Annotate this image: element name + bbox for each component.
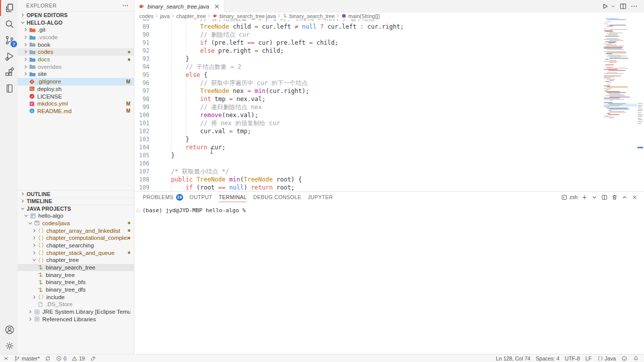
open-editors-header[interactable]: OPEN EDITORS: [18, 11, 134, 19]
activitybar-item-extensions[interactable]: [0, 64, 18, 80]
status-language-mode[interactable]: Java: [597, 355, 616, 361]
code-line-88[interactable]: 88// 当子结点数量 = 0 / 1 时， child = null / 该子…: [134, 19, 603, 23]
explorer-item-readme-md[interactable]: README.mdM: [18, 108, 134, 115]
java-projects-item-include[interactable]: include: [18, 293, 134, 301]
run-icon[interactable]: [601, 3, 609, 10]
launch-profile-icon[interactable]: [561, 194, 568, 201]
status-sync[interactable]: [45, 355, 51, 361]
code-line-92[interactable]: 92else pre.right = child;: [134, 47, 603, 55]
code-line-89[interactable]: 89TreeNode child = cur.left ≠ null ? cur…: [134, 23, 603, 31]
panel-tab-problems[interactable]: PROBLEMS19: [143, 192, 183, 203]
activitybar-item-source-control[interactable]: 7: [0, 32, 18, 48]
code-line-109[interactable]: 109if (root == null) return root;: [134, 184, 603, 191]
java-projects-item-ds-store[interactable]: .DS_Store: [18, 301, 134, 308]
java-projects-item-codes-java[interactable]: codes/java: [18, 219, 134, 227]
java-projects-item-chapter-computational-complexity[interactable]: chapter_computational_complexity: [18, 234, 134, 242]
activitybar-item-search[interactable]: [0, 16, 18, 32]
breadcrumb-item-java[interactable]: java: [160, 13, 170, 19]
terminal[interactable]: (base) jyd@JYD-MBP hello-algo %: [134, 203, 644, 214]
status-encoding[interactable]: UTF-8: [565, 355, 580, 361]
explorer-item-deploy-sh[interactable]: deploy.sh: [18, 85, 134, 93]
code-line-103[interactable]: 103}: [134, 135, 603, 143]
tab-binary-search-tree-java[interactable]: binary_search_tree.java: [134, 0, 225, 13]
activitybar-item-explorer[interactable]: [0, 0, 18, 16]
code-line-108[interactable]: 108public TreeNode min(TreeNode root) {: [134, 175, 603, 184]
activitybar-item-notebook[interactable]: [0, 80, 18, 97]
panel-tab-output[interactable]: OUTPUT: [190, 192, 212, 203]
panel-tab-terminal[interactable]: TERMINAL: [219, 192, 247, 203]
status-notifications[interactable]: [633, 355, 639, 361]
code-line-101[interactable]: 101// 将 nex 的值复制给 cur: [134, 119, 603, 127]
project-root-header[interactable]: HELLO-ALGO: [18, 19, 134, 26]
code-line-99[interactable]: 99// 递归删除结点 nex: [134, 103, 603, 111]
code-line-91[interactable]: 91if (pre.left == cur) pre.left = child;: [134, 39, 603, 47]
code-line-98[interactable]: 98int tmp = nex.val;: [134, 95, 603, 103]
java-projects-item-binary-tree[interactable]: binary_tree: [18, 271, 134, 279]
code-line-102[interactable]: 102cur.val = tmp;: [134, 127, 603, 135]
split-terminal-icon[interactable]: [601, 194, 608, 201]
java-projects-item-chapter-array-and-linkedlist[interactable]: chapter_array_and_linkedlist: [18, 227, 134, 234]
ellipsis-icon[interactable]: [122, 2, 129, 9]
status-eol[interactable]: LF: [586, 355, 592, 361]
status-remote[interactable]: [3, 355, 9, 361]
activitybar-item-run-and-debug[interactable]: [0, 48, 18, 64]
split-editor-icon[interactable]: [619, 3, 627, 10]
outline-header[interactable]: OUTLINE: [18, 190, 134, 198]
code-line-105[interactable]: 105}: [134, 151, 603, 159]
java-projects-item-chapter-tree[interactable]: chapter_tree: [18, 256, 134, 264]
minimap[interactable]: [604, 18, 637, 191]
activitybar-item-manage[interactable]: [0, 338, 18, 354]
code-line-97[interactable]: 97TreeNode nex = min(cur.right);: [134, 87, 603, 95]
code-editor[interactable]: 88// 当子结点数量 = 0 / 1 时， child = null / 该子…: [134, 19, 603, 191]
breadcrumb-item-binary-search-tree[interactable]: binary_search_tree: [282, 13, 335, 19]
panel-tab-debug-console[interactable]: DEBUG CONSOLE: [253, 192, 301, 203]
java-projects-item-chapter-stack-and-queue[interactable]: chapter_stack_and_queue: [18, 249, 134, 256]
status-cursor-position[interactable]: Ln 128, Col 74: [496, 355, 530, 361]
explorer-item-git[interactable]: .git: [18, 26, 134, 34]
explorer-item-vscode[interactable]: .vscode: [18, 34, 134, 41]
status-errors[interactable]: 0: [56, 355, 66, 361]
activitybar-item-accounts[interactable]: [0, 322, 18, 338]
java-projects-item-referenced-libraries[interactable]: Referenced Libraries: [18, 315, 134, 323]
code-line-100[interactable]: 100remove(nex.val);: [134, 111, 603, 119]
kill-terminal-icon[interactable]: [611, 194, 618, 201]
code-line-95[interactable]: 95else {: [134, 71, 603, 79]
run-dropdown-icon[interactable]: [610, 4, 616, 9]
panel-tab-jupyter[interactable]: JUPYTER: [308, 192, 333, 203]
status-java-server-mode[interactable]: [90, 355, 96, 361]
explorer-item-mkdocs-yml[interactable]: mkdocs.ymlM: [18, 100, 134, 108]
java-projects-header[interactable]: JAVA PROJECTS: [18, 205, 134, 212]
java-projects-item-hello-algo[interactable]: hello-algo: [18, 212, 134, 220]
java-projects-item-binary-search-tree[interactable]: binary_search_tree: [18, 264, 134, 272]
explorer-item-site[interactable]: site: [18, 70, 134, 78]
close-panel-icon[interactable]: [631, 194, 638, 201]
java-projects-item-binary-tree-bfs[interactable]: binary_tree_bfs: [18, 279, 134, 286]
code-line-90[interactable]: 90// 删除结点 cur: [134, 31, 603, 39]
terminal-dropdown-icon[interactable]: [591, 194, 598, 201]
java-projects-item-chapter-searching[interactable]: chapter_searching: [18, 242, 134, 249]
new-terminal-icon[interactable]: [581, 194, 588, 201]
breadcrumb-item-chapter-tree[interactable]: chapter_tree: [176, 13, 206, 19]
explorer-item-license[interactable]: LICENSE: [18, 93, 134, 100]
explorer-item-overrides[interactable]: overrides: [18, 63, 134, 70]
code-line-107[interactable]: 107/* 获取最小结点 */: [134, 167, 603, 175]
code-line-94[interactable]: 94// 子结点数量 = 2: [134, 63, 603, 71]
code-line-106[interactable]: 106: [134, 159, 603, 167]
breadcrumb-item-main-string[interactable]: main(String[]): [341, 13, 380, 19]
status-branch[interactable]: master*: [14, 355, 40, 361]
status-warnings[interactable]: 19: [71, 355, 85, 361]
java-projects-item-jre-system-library-eclipse-temurin-17-17[interactable]: JRE System Library [Eclipse Temurin 17 […: [18, 308, 134, 316]
status-indentation[interactable]: Spaces: 4: [536, 355, 559, 361]
explorer-item-book[interactable]: book: [18, 41, 134, 48]
code-line-104[interactable]: 104return cur;: [134, 143, 603, 151]
breadcrumb-item-codes[interactable]: codes: [139, 13, 153, 19]
code-line-93[interactable]: 93}: [134, 55, 603, 63]
java-projects-item-binary-tree-dfs[interactable]: binary_tree_dfs: [18, 286, 134, 294]
explorer-item-gitignore[interactable]: .gitignoreM: [18, 78, 134, 85]
breadcrumb-item-binary-search-tree-java[interactable]: binary_search_tree.java: [212, 13, 276, 19]
status-feedback[interactable]: [621, 355, 627, 361]
code-line-96[interactable]: 96// 获取中序遍历中 cur 的下一个结点: [134, 79, 603, 87]
maximize-panel-icon[interactable]: [621, 194, 628, 201]
close-icon[interactable]: [213, 3, 220, 10]
explorer-item-docs[interactable]: docs: [18, 56, 134, 63]
